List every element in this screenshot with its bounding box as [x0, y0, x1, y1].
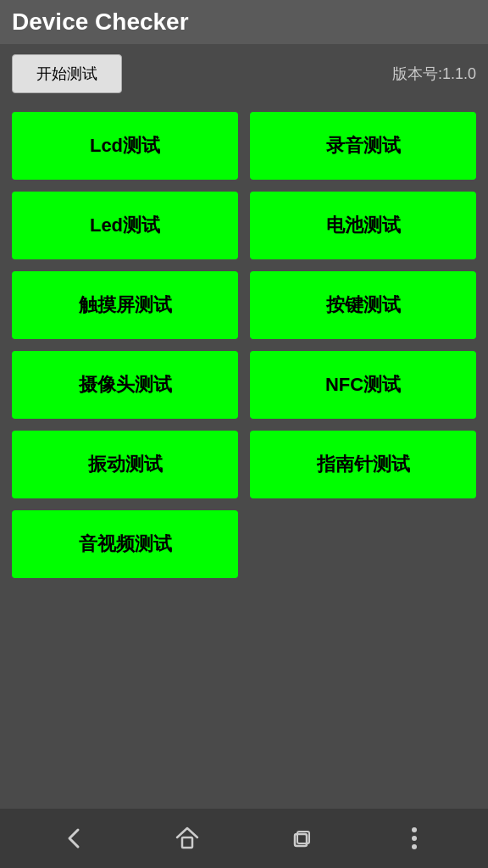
- nav-bar: [0, 809, 488, 868]
- battery-test-button[interactable]: 电池测试: [250, 192, 476, 259]
- lcd-test-button[interactable]: Lcd测试: [12, 112, 238, 180]
- nfc-test-button[interactable]: NFC测试: [250, 351, 476, 419]
- av-test-button[interactable]: 音视频测试: [12, 510, 238, 578]
- menu-button[interactable]: [393, 817, 435, 860]
- compass-test-button[interactable]: 指南针测试: [250, 431, 476, 498]
- back-button[interactable]: [53, 817, 95, 860]
- vibration-test-button[interactable]: 振动测试: [12, 431, 238, 498]
- camera-test-button[interactable]: 摄像头测试: [12, 351, 238, 419]
- version-label: 版本号:1.1.0: [392, 64, 476, 84]
- recents-button[interactable]: [280, 817, 322, 860]
- led-test-button[interactable]: Led测试: [12, 192, 238, 259]
- title-bar: Device Checker: [0, 0, 488, 44]
- toolbar: 开始测试 版本号:1.1.0: [0, 44, 488, 103]
- svg-point-5: [412, 844, 417, 849]
- app-title: Device Checker: [12, 8, 189, 36]
- test-grid: Lcd测试 录音测试 Led测试 电池测试 触摸屏测试 按键测试 摄像头测试 N…: [0, 103, 488, 809]
- svg-point-4: [412, 836, 417, 841]
- home-button[interactable]: [166, 817, 208, 860]
- touch-test-button[interactable]: 触摸屏测试: [12, 271, 238, 339]
- svg-rect-0: [182, 837, 192, 848]
- recording-test-button[interactable]: 录音测试: [250, 112, 476, 180]
- button-test-button[interactable]: 按键测试: [250, 271, 476, 339]
- start-button[interactable]: 开始测试: [12, 54, 122, 93]
- svg-point-3: [412, 827, 417, 832]
